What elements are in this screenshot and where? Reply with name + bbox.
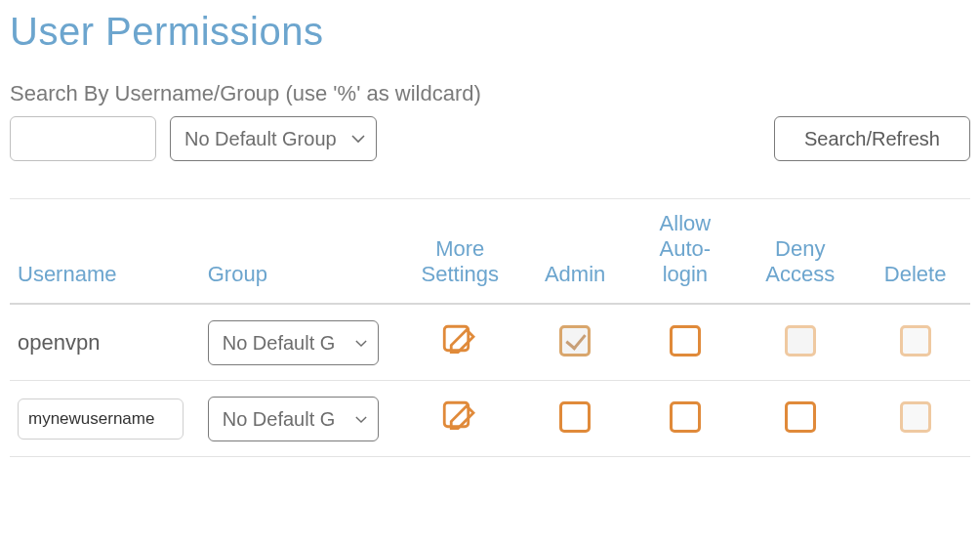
edit-icon[interactable] bbox=[436, 318, 483, 365]
permissions-table: Username Group More Settings Admin Allow… bbox=[10, 198, 970, 457]
header-delete: Delete bbox=[860, 199, 970, 305]
page-title: User Permissions bbox=[10, 10, 970, 54]
username-input[interactable] bbox=[18, 398, 184, 440]
search-input[interactable] bbox=[10, 116, 156, 161]
deny-access-checkbox[interactable] bbox=[785, 401, 816, 433]
auto-login-checkbox[interactable] bbox=[670, 401, 701, 433]
header-auto-login: Allow Auto-login bbox=[631, 199, 741, 305]
admin-checkbox[interactable] bbox=[559, 325, 591, 356]
auto-login-checkbox[interactable] bbox=[670, 325, 701, 356]
header-group: Group bbox=[200, 199, 400, 305]
username-static: openvpn bbox=[18, 330, 100, 355]
admin-checkbox[interactable] bbox=[559, 401, 591, 433]
deny-access-checkbox[interactable] bbox=[785, 325, 816, 356]
header-username: Username bbox=[10, 199, 200, 305]
search-label: Search By Username/Group (use '%' as wil… bbox=[10, 81, 970, 106]
table-row: openvpn No Default G bbox=[10, 304, 970, 381]
delete-checkbox[interactable] bbox=[900, 401, 931, 433]
group-filter-select[interactable]: No Default Group bbox=[170, 116, 377, 161]
header-deny-access: Deny Access bbox=[740, 199, 860, 305]
edit-icon[interactable] bbox=[436, 395, 483, 441]
delete-checkbox[interactable] bbox=[900, 325, 931, 356]
row-group-select[interactable]: No Default G bbox=[208, 397, 379, 441]
search-refresh-button[interactable]: Search/Refresh bbox=[774, 116, 970, 161]
header-more-settings: More Settings bbox=[400, 199, 520, 305]
table-row: No Default G bbox=[10, 381, 970, 457]
row-group-select[interactable]: No Default G bbox=[208, 320, 379, 365]
header-admin: Admin bbox=[520, 199, 631, 305]
search-row: No Default Group Search/Refresh bbox=[10, 116, 970, 161]
